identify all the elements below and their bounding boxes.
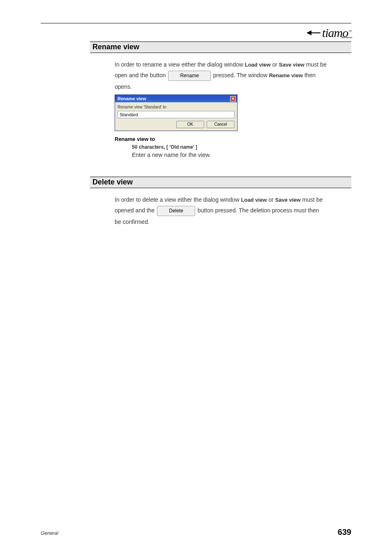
load-view-label: Load view [245, 62, 271, 68]
text-fragment: opened and the [115, 207, 156, 214]
dialog-body: Rename view 'Standard' to OK Cancel [115, 102, 237, 131]
rename-view-heading: Rename view [90, 41, 351, 53]
delete-para-line1: In order to delete a view either the dia… [115, 196, 351, 204]
definition-term: Rename view to [115, 135, 351, 143]
rename-para-line3: opens. [115, 83, 351, 91]
delete-view-content: In order to delete a view either the dia… [115, 196, 351, 226]
delete-button[interactable]: Delete [157, 206, 195, 216]
text-fragment: must be [301, 196, 323, 203]
text-fragment: or [271, 61, 279, 68]
brand-logo: tiamo™ titration and more [307, 26, 351, 40]
ok-button[interactable]: OK [176, 121, 204, 128]
dialog-button-row: OK Cancel [118, 121, 235, 128]
dialog-field-label: Rename view 'Standard' to [118, 104, 235, 110]
brand-subtext: titration and more [341, 36, 352, 39]
rename-view-label: Rename view [269, 72, 303, 78]
rename-para-line1: In order to rename a view either the dia… [115, 60, 351, 69]
rename-para-line2: open and the button Rename pressed. The … [115, 71, 351, 81]
dialog-titlebar: Rename view [115, 95, 237, 102]
rename-input[interactable] [118, 111, 235, 118]
text-fragment: pressed. The window [212, 72, 269, 78]
top-rule [41, 23, 351, 23]
rename-button[interactable]: Rename [168, 71, 210, 81]
footer-page-number: 639 [338, 527, 351, 537]
text-fragment: In order to rename a view either the dia… [115, 61, 245, 68]
logo-arrow-icon [307, 30, 321, 36]
load-view-label: Load view [241, 197, 267, 203]
delete-para-line3: be confirmed. [115, 218, 351, 226]
text-fragment: open and the button [115, 72, 167, 78]
text-fragment: button pressed. The deletion process mus… [196, 207, 319, 214]
logo-row: tiamo™ titration and more [41, 26, 351, 40]
close-icon[interactable] [230, 96, 236, 101]
dialog-title: Rename view [118, 95, 146, 102]
rename-view-content: In order to rename a view either the dia… [115, 60, 351, 159]
delete-para-line2: opened and the Delete button pressed. Th… [115, 206, 351, 216]
definition-description: Enter a new name for the view. [132, 151, 351, 159]
brand-name: tiamo™ titration and more [322, 26, 351, 40]
cancel-button[interactable]: Cancel [207, 121, 235, 128]
footer-section-name: General [41, 530, 58, 536]
brand-trademark: ™ [348, 30, 351, 33]
text-fragment: must be [304, 61, 327, 68]
text-fragment: In order to delete a view either the dia… [115, 196, 241, 203]
save-view-label: Save view [275, 197, 301, 203]
rename-view-dialog: Rename view Rename view 'Standard' to OK… [115, 94, 238, 131]
page-footer: General 639 [41, 527, 351, 537]
save-view-label: Save view [279, 62, 304, 68]
text-fragment: then [303, 72, 316, 78]
definition-constraint: 50 characters, [ 'Old name' ] [132, 143, 351, 151]
text-fragment: or [267, 196, 275, 203]
delete-view-heading: Delete view [90, 177, 351, 188]
